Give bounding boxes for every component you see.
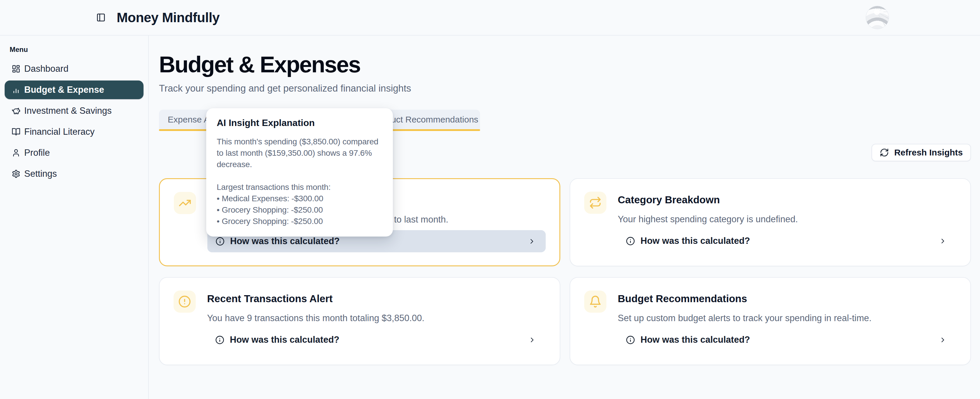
sidebar-item-dashboard[interactable]: Dashboard xyxy=(5,59,143,78)
gear-icon xyxy=(12,170,21,178)
bell-icon xyxy=(584,291,606,313)
card-title: Recent Transactions Alert xyxy=(207,293,333,305)
sidebar-item-label: Budget & Expense xyxy=(24,84,104,95)
popover-line: to last month ($159,350.00) shows a 97.6… xyxy=(217,147,382,159)
chevron-right-icon xyxy=(528,237,536,245)
avatar[interactable] xyxy=(865,6,889,29)
sidebar-section-label: Menu xyxy=(5,46,143,54)
popover-line xyxy=(217,170,382,181)
chevron-right-icon xyxy=(939,237,947,245)
refresh-icon xyxy=(880,148,889,157)
refresh-insights-label: Refresh Insights xyxy=(894,148,963,157)
popover-title: AI Insight Explanation xyxy=(217,118,382,128)
how-calculated-label: How was this calculated? xyxy=(641,236,750,246)
card-title: Budget Recommendations xyxy=(618,293,747,305)
sidebar-item-settings[interactable]: Settings xyxy=(5,164,143,183)
info-icon[interactable] xyxy=(626,237,635,246)
how-calculated-row[interactable]: How was this calculated? xyxy=(618,329,957,351)
sidebar-item-label: Profile xyxy=(24,148,50,158)
card-body: You have 9 transactions this month total… xyxy=(207,313,425,323)
card-body: Set up custom budget alerts to track you… xyxy=(618,313,872,323)
chevron-right-icon xyxy=(528,336,536,344)
sidebar-item-label: Dashboard xyxy=(24,64,68,74)
card-body: Your highest spending category is undefi… xyxy=(618,214,798,224)
ai-insight-popover: AI Insight Explanation This month's spen… xyxy=(206,108,393,237)
trending-up-icon xyxy=(174,192,196,214)
app-header: Money Mindfully xyxy=(0,0,980,36)
card-budget-recommendations: Budget Recommendations Set up custom bud… xyxy=(570,277,971,365)
sidebar-item-financial-literacy[interactable]: Financial Literacy xyxy=(5,122,143,141)
layout-dashboard-icon xyxy=(12,64,21,73)
popover-line: • Medical Expenses: -$300.00 xyxy=(217,193,382,204)
info-icon[interactable] xyxy=(626,335,635,345)
sidebar-item-label: Investment & Savings xyxy=(24,106,112,116)
popover-line: • Grocery Shopping: -$250.00 xyxy=(217,216,382,227)
main-content: Budget & Expenses Track your spending an… xyxy=(149,36,980,399)
how-calculated-label: How was this calculated? xyxy=(230,236,340,246)
popover-line: Largest transactions this month: xyxy=(217,181,382,193)
sidebar-item-label: Settings xyxy=(24,169,57,179)
page-title: Budget & Expenses xyxy=(159,53,971,76)
sidebar-toggle-icon[interactable] xyxy=(96,13,106,22)
card-body-fragment: to last month. xyxy=(394,215,448,225)
sidebar-item-label: Financial Literacy xyxy=(24,127,94,137)
piggy-bank-icon xyxy=(12,107,21,115)
sidebar-item-budget-expense[interactable]: Budget & Expense xyxy=(5,81,143,99)
popover-line: This month's spending ($3,850.00) compar… xyxy=(217,136,382,147)
card-category-breakdown: Category Breakdown Your highest spending… xyxy=(570,178,971,266)
how-calculated-label: How was this calculated? xyxy=(641,335,750,345)
info-icon[interactable] xyxy=(216,237,224,246)
book-open-icon xyxy=(12,127,21,136)
sidebar: Menu Dashboard Budget & Expense Investme… xyxy=(0,36,149,399)
how-calculated-label: How was this calculated? xyxy=(230,335,339,345)
card-title: Category Breakdown xyxy=(618,194,720,206)
how-calculated-row[interactable]: How was this calculated? xyxy=(207,329,546,351)
how-calculated-row[interactable]: How was this calculated? xyxy=(618,230,957,252)
user-icon xyxy=(12,148,21,157)
chevron-right-icon xyxy=(939,336,947,344)
sidebar-item-investment-savings[interactable]: Investment & Savings xyxy=(5,102,143,120)
popover-line: decrease. xyxy=(217,159,382,170)
card-recent-transactions: Recent Transactions Alert You have 9 tra… xyxy=(159,277,560,365)
page-subtitle: Track your spending and get personalized… xyxy=(159,83,971,94)
alert-circle-icon xyxy=(173,291,196,313)
bar-chart-icon xyxy=(12,86,21,94)
sidebar-item-profile[interactable]: Profile xyxy=(5,143,143,162)
popover-line: • Grocery Shopping: -$250.00 xyxy=(217,204,382,216)
repeat-icon xyxy=(584,192,606,214)
refresh-insights-button[interactable]: Refresh Insights xyxy=(872,144,971,161)
app-title: Money Mindfully xyxy=(117,10,220,25)
info-icon[interactable] xyxy=(215,335,224,345)
